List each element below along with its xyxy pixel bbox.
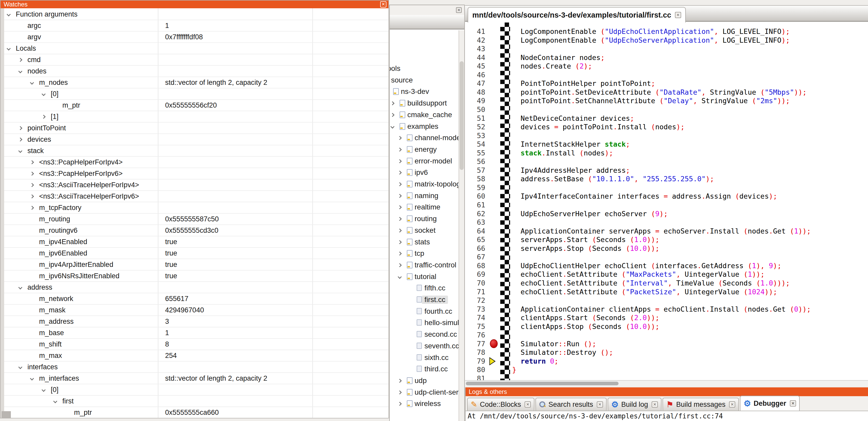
watch-row[interactable]: <ns3::AsciiTraceHelperForIpv4> (4, 180, 389, 191)
watch-row[interactable]: m_tcpFactory (4, 202, 389, 214)
watch-row[interactable]: m_routing0x555555587c50 (4, 214, 389, 225)
close-icon[interactable]: ✕ (729, 401, 735, 408)
tree-item-matrix-topology[interactable]: matrix-topology (390, 179, 459, 191)
close-icon[interactable]: ✕ (652, 401, 658, 408)
chevron-down-icon[interactable] (19, 286, 23, 290)
line-number[interactable]: 80 (477, 366, 485, 374)
watch-row[interactable]: m_shift8 (4, 339, 389, 350)
file-tree-scrollbar[interactable] (459, 30, 464, 421)
tree-item-error-model[interactable]: error-model (390, 156, 459, 168)
tree-item-routing[interactable]: routing (390, 214, 459, 225)
watch-row[interactable]: m_ptr0x5555555ca660 (4, 407, 389, 418)
chevron-right-icon[interactable] (398, 229, 402, 233)
line-number[interactable]: 61 (477, 201, 485, 209)
chevron-down-icon[interactable] (7, 46, 11, 51)
watch-row[interactable]: argv0x7fffffffdf08 (4, 32, 389, 43)
breakpoint-margin[interactable] (488, 23, 500, 380)
chevron-right-icon[interactable] (398, 402, 402, 406)
close-icon[interactable]: ✕ (380, 1, 386, 7)
close-icon[interactable]: ✕ (597, 401, 603, 408)
chevron-down-icon[interactable] (53, 399, 58, 403)
line-number[interactable]: 55 (477, 149, 485, 157)
line-number[interactable]: 47 (477, 79, 485, 88)
tree-item-first-cc[interactable]: first.cc (390, 295, 459, 306)
line-number[interactable]: 60 (477, 192, 485, 200)
tree-item-socket[interactable]: socket (390, 225, 459, 237)
tree-item-fourth-cc[interactable]: fourth.cc (390, 306, 459, 318)
breakpoint-icon[interactable] (490, 339, 498, 348)
watch-row[interactable]: <ns3::PcapHelperForIpv4> (4, 157, 389, 168)
line-number[interactable]: 64 (477, 227, 485, 235)
logs-tab-code-blocks[interactable]: ✎Code::Blocks✕ (467, 398, 534, 411)
watch-row[interactable]: m_ipv6NsRsJitterEnabledtrue (4, 270, 389, 282)
watches-titlebar[interactable]: Watches ✕ (1, 1, 389, 8)
resize-grip[interactable] (2, 411, 11, 418)
close-icon[interactable]: ✕ (675, 12, 681, 18)
chevron-right-icon[interactable] (398, 194, 402, 198)
watch-row[interactable]: [0] (4, 89, 389, 100)
tree-item-energy[interactable]: energy (390, 144, 459, 156)
chevron-right-icon[interactable] (398, 159, 402, 163)
line-number[interactable]: 78 (477, 348, 485, 356)
line-number[interactable]: 44 (477, 54, 485, 62)
chevron-right-icon[interactable] (398, 252, 402, 256)
chevron-down-icon[interactable] (30, 377, 34, 381)
watch-row[interactable]: Function arguments (4, 9, 389, 20)
chevron-right-icon[interactable] (30, 172, 34, 176)
chevron-down-icon[interactable] (391, 124, 395, 129)
line-number[interactable]: 45 (477, 62, 485, 70)
chevron-right-icon[interactable] (398, 148, 402, 152)
tree-item-fifth-cc[interactable]: fifth.cc (390, 283, 459, 295)
chevron-right-icon[interactable] (30, 183, 34, 187)
tree-item-third-cc[interactable]: third.cc (390, 364, 459, 376)
line-number[interactable]: 46 (477, 71, 485, 79)
line-number[interactable]: 49 (477, 97, 485, 105)
watch-row[interactable]: <ns3::AsciiTraceHelperForIpv6> (4, 191, 389, 202)
watch-row[interactable]: stack (4, 145, 389, 157)
line-number[interactable]: 63 (477, 218, 485, 226)
logs-titlebar[interactable]: Logs & others (466, 387, 868, 396)
line-number[interactable]: 56 (477, 158, 485, 165)
watch-row[interactable]: pointToPoint (4, 123, 389, 134)
watch-row[interactable]: m_ipv4ArpJitterEnabledtrue (4, 259, 389, 270)
line-number[interactable]: 52 (477, 123, 485, 131)
logs-tab-debugger[interactable]: ⚙Debugger✕ (740, 396, 800, 411)
line-number[interactable]: 50 (477, 105, 485, 114)
line-number[interactable]: 59 (477, 184, 485, 192)
watch-row[interactable]: m_ipv6Enabledtrue (4, 248, 389, 259)
logs-tab-build-log[interactable]: ⚙Build log✕ (608, 398, 661, 411)
editor-hscrollbar[interactable] (465, 380, 868, 386)
watch-row[interactable]: m_interfacesstd::vector of length 2, cap… (4, 373, 389, 384)
chevron-down-icon[interactable] (19, 149, 23, 153)
line-number[interactable]: 69 (477, 270, 485, 278)
chevron-right-icon[interactable] (398, 217, 402, 221)
line-number[interactable]: 75 (477, 322, 485, 330)
editor-tab-first-cc[interactable]: mnt/dev/tools/source/ns-3-dev/examples/t… (468, 7, 686, 23)
watch-row[interactable]: m_base1 (4, 327, 389, 339)
tree-item-sixth-cc[interactable]: sixth.cc (390, 353, 459, 364)
line-number[interactable]: 58 (477, 175, 485, 183)
line-number[interactable]: 81 (477, 375, 485, 380)
tree-item-udp[interactable]: udp (390, 376, 459, 387)
scrollbar-thumb[interactable] (466, 382, 619, 385)
watch-row[interactable]: argc1 (4, 20, 389, 32)
line-number-gutter[interactable]: 4142434445464748495051525354555657585960… (465, 23, 488, 380)
code-area[interactable]: LogComponentEnable ("UdpEchoClientApplic… (512, 23, 868, 380)
close-icon[interactable]: ✕ (525, 401, 531, 408)
chevron-right-icon[interactable] (398, 171, 402, 175)
tree-item-wireless[interactable]: wireless (390, 398, 459, 410)
tree-item-tools[interactable]: tools (390, 63, 459, 75)
watch-row[interactable]: first (4, 396, 389, 407)
tree-item-second-cc[interactable]: second.cc (390, 329, 459, 341)
tree-item-cmake-cache[interactable]: cmake_cache (390, 110, 459, 121)
chevron-down-icon[interactable] (42, 92, 46, 96)
line-number[interactable]: 48 (477, 88, 485, 96)
chevron-right-icon[interactable] (398, 136, 402, 140)
chevron-right-icon[interactable] (30, 206, 34, 210)
chevron-right-icon[interactable] (42, 115, 46, 119)
tree-item-buildsupport[interactable]: buildsupport (390, 98, 459, 110)
line-number[interactable]: 41 (477, 27, 485, 35)
tree-item-udp-client-server[interactable]: udp-client-server (390, 387, 459, 399)
tree-item-hello-simulator-cc[interactable]: hello-simulator.cc (390, 318, 459, 329)
line-number[interactable]: 72 (477, 296, 485, 304)
